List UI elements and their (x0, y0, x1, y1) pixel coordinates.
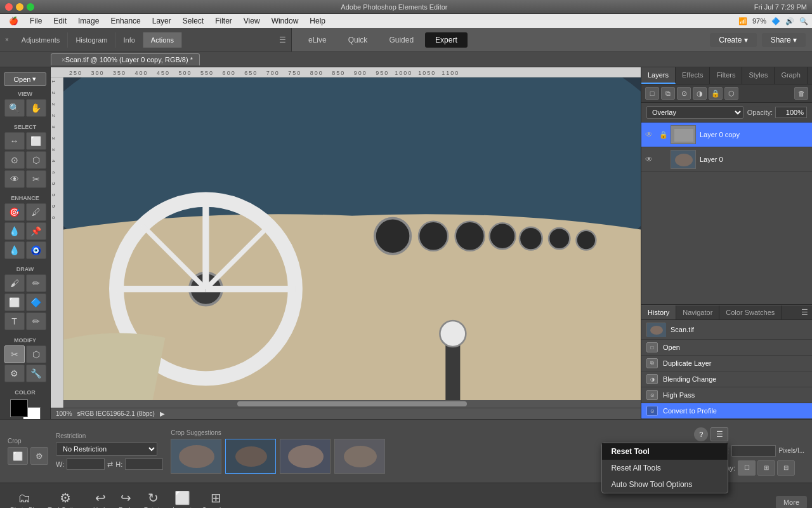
mode-elive[interactable]: eLive (298, 32, 337, 48)
window-controls[interactable] (5, 3, 34, 11)
organizer-button[interactable]: ⊞ Organizer (197, 488, 235, 508)
type-tool[interactable]: T (4, 312, 25, 330)
horizontal-scrollbar[interactable] (63, 400, 641, 408)
open-button[interactable]: Open▾ (4, 72, 46, 86)
tab-filters[interactable]: Filters (710, 67, 742, 84)
tab-histogram[interactable]: Histogram (68, 32, 115, 48)
height-input[interactable] (125, 458, 163, 470)
history-item-open[interactable]: □ Open (641, 340, 812, 356)
mode-quick[interactable]: Quick (338, 32, 378, 48)
rotate-button[interactable]: ↻ Rotate (139, 488, 167, 508)
brush-tool[interactable]: 🖌 (4, 274, 25, 292)
lasso-tool[interactable]: ⊙ (4, 151, 25, 169)
tab-styles[interactable]: Styles (742, 67, 775, 84)
link-icon-btn[interactable]: ⬡ (724, 87, 738, 100)
tab-adjustments[interactable]: Adjustments (14, 32, 69, 48)
redeye-tool[interactable]: 🎯 (4, 203, 25, 221)
options-menu-button[interactable]: ☰ (710, 427, 728, 441)
swap-icon[interactable]: ⇄ (107, 460, 113, 469)
photo-bin-button[interactable]: 🗂 Photo Bin (5, 488, 43, 509)
menu-edit[interactable]: Edit (48, 15, 72, 27)
blur-tool[interactable]: 💧 (4, 241, 25, 259)
hand-tool[interactable]: ✋ (26, 99, 46, 117)
crop-tool[interactable]: ✂ (4, 345, 25, 363)
crop-preset-icon[interactable]: ⬜ (8, 447, 28, 465)
menu-select[interactable]: Select (178, 15, 209, 27)
layer-item-copy[interactable]: 👁 🔒 Layer 0 copy (641, 123, 812, 147)
tab-navigator[interactable]: Navigator (676, 305, 719, 319)
zoom-tool[interactable]: 🔍 (4, 99, 25, 117)
spot-tool[interactable]: 🖊 (26, 203, 46, 221)
history-item-highpass[interactable]: ⊙ High Pass (641, 387, 812, 403)
pencil-tool[interactable]: ✏ (26, 274, 46, 292)
scrollbar-thumb-h[interactable] (237, 401, 467, 406)
create-button[interactable]: Create ▾ (710, 33, 756, 47)
menu-view[interactable]: View (239, 15, 265, 27)
forward-arrow[interactable]: ▶ (160, 410, 165, 417)
move-tool[interactable]: ↔ (4, 132, 25, 150)
mode-expert[interactable]: Expert (425, 32, 468, 48)
tab-history[interactable]: History (641, 305, 676, 319)
canvas-image[interactable] (63, 77, 641, 419)
tab-layers[interactable]: Layers (641, 67, 676, 84)
lock-icon-btn[interactable]: 🔒 (709, 87, 723, 100)
redo-button[interactable]: ↪ Redo (114, 488, 139, 508)
panel-tab-close[interactable]: × (0, 34, 14, 46)
shapes-tool[interactable]: ✏ (26, 312, 46, 330)
tool-options-button[interactable]: ⚙ Tool Options (43, 488, 88, 508)
recompose-tool[interactable]: ⬡ (26, 345, 46, 363)
menu-window[interactable]: Window (266, 15, 304, 27)
tab-effects[interactable]: Effects (676, 67, 710, 84)
pattern-tool[interactable]: 📌 (26, 222, 46, 240)
straighten-tool[interactable]: ⚙ (4, 364, 25, 382)
clone-tool[interactable]: 💧 (4, 222, 25, 240)
blend-mode-select[interactable]: Overlay Normal Multiply Screen Hard Ligh… (646, 106, 743, 119)
layout-button[interactable]: ⬜ Layout (167, 488, 197, 508)
grid-off-button[interactable]: ☐ (738, 460, 756, 476)
panel-options-icon[interactable]: ☰ (808, 67, 812, 84)
history-item-convert[interactable]: ⊙ Convert to Profile (641, 403, 812, 419)
delete-layer-icon[interactable]: 🗑 (794, 87, 808, 100)
menu-layer[interactable]: Layer (147, 15, 176, 27)
suggestion-thumb-4[interactable] (334, 439, 385, 474)
more-button[interactable]: More (776, 496, 807, 509)
minimize-button[interactable] (16, 3, 23, 11)
history-options-icon[interactable]: ☰ (797, 305, 812, 319)
transform-tool[interactable]: 🔧 (26, 364, 46, 382)
history-item-blending[interactable]: ◑ Blending Change (641, 371, 812, 387)
quick-select-tool[interactable]: ⬡ (26, 151, 46, 169)
mask-icon-btn[interactable]: ⊙ (677, 87, 691, 100)
sponge-tool[interactable]: 🧿 (26, 241, 46, 259)
resolution-input[interactable] (731, 445, 776, 457)
history-item-duplicate[interactable]: ⧉ Duplicate Layer (641, 356, 812, 371)
grid-4x4-button[interactable]: ⊟ (777, 460, 795, 476)
grid-3x3-button[interactable]: ⊞ (757, 460, 775, 476)
crop-gear-button[interactable]: ⚙ (30, 447, 48, 465)
width-input[interactable] (67, 458, 105, 470)
apple-menu[interactable]: 🍎 (4, 15, 23, 27)
panel-menu-icon[interactable]: ☰ (274, 32, 291, 48)
undo-button[interactable]: ↩ Undo (88, 488, 114, 508)
eye-tool[interactable]: 👁 (4, 170, 25, 188)
suggestion-thumb-3[interactable] (280, 439, 331, 474)
tab-actions[interactable]: Actions (143, 32, 182, 48)
restriction-select[interactable]: No Restriction Use Photo Ratio 4:3 16:9 … (56, 442, 157, 456)
close-button[interactable] (5, 3, 13, 11)
auto-show-options-item[interactable]: Auto Show Tool Options (602, 476, 728, 493)
reset-tool-item[interactable]: Reset Tool (602, 443, 728, 460)
reset-all-tools-item[interactable]: Reset All Tools (602, 460, 728, 476)
scissors-tool[interactable]: ✂ (26, 170, 46, 188)
layer-item-orig[interactable]: 👁 Layer 0 (641, 147, 812, 172)
menu-image[interactable]: Image (73, 15, 104, 27)
tab-graph[interactable]: Graph (775, 67, 808, 84)
new-layer-icon[interactable]: □ (645, 87, 659, 100)
help-button[interactable]: ? (694, 427, 708, 441)
duplicate-layer-icon[interactable]: ⧉ (661, 87, 675, 100)
tab-color-swatches[interactable]: Color Swatches (719, 305, 782, 319)
search-icon[interactable]: 🔍 (799, 17, 808, 25)
suggestion-thumb-1[interactable] (171, 439, 221, 474)
doc-tab-title[interactable]: Scan.tif @ 100% (Layer 0 copy, RGB/8) * (65, 56, 193, 64)
marquee-tool[interactable]: ⬜ (26, 132, 46, 150)
zoom-button[interactable] (27, 3, 34, 11)
menu-enhance[interactable]: Enhance (105, 15, 145, 27)
